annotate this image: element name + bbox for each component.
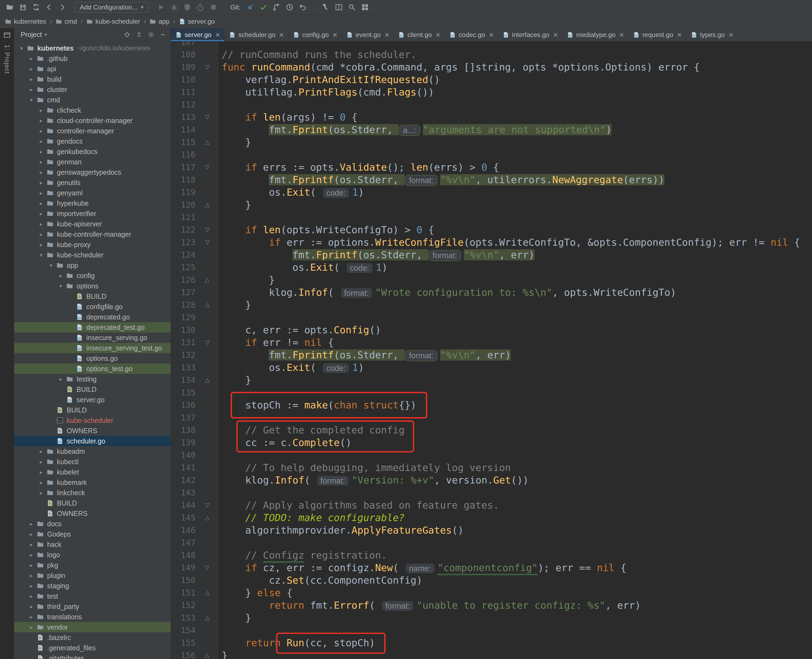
tree-item-pkg[interactable]: ▸pkg [14,560,171,570]
line-number[interactable]: 115 [171,137,197,147]
gear-icon[interactable] [146,30,155,39]
tree-item-server.go[interactable]: GOserver.go [14,394,171,405]
line-number[interactable]: 112 [171,100,197,109]
open-file-icon[interactable] [4,2,16,13]
close-icon[interactable]: × [489,31,494,39]
code-line-123[interactable]: 123▽ if err := options.WriteConfigFile(o… [171,236,812,248]
line-number[interactable]: 110 [171,75,197,84]
chevron-collapsed-icon[interactable]: ▸ [27,624,36,631]
code-line-152[interactable]: 152 return fmt.Errorf( format:"unable to… [171,599,812,612]
chevron-collapsed-icon[interactable]: ▸ [27,572,36,579]
line-number[interactable]: 156 [171,651,197,659]
tree-item-.github[interactable]: ▸.github [14,53,171,64]
chevron-collapsed-icon[interactable]: ▸ [27,55,36,62]
breadcrumb-item-kubernetes[interactable]: kubernetes [5,18,46,25]
line-number[interactable]: 131 [171,338,197,347]
tree-item-kube-controller-manager[interactable]: ▸kube-controller-manager [14,229,171,240]
line-number[interactable]: 138 [171,425,197,435]
chevron-collapsed-icon[interactable]: ▸ [36,148,46,155]
line-number[interactable]: 137 [171,413,197,422]
tree-item-kubeadm[interactable]: ▸kubeadm [14,446,171,457]
code-line-153[interactable]: 153△ } [171,612,812,624]
code-line-133[interactable]: 133 os.Exit( code:1) [171,361,812,374]
tab-event.go[interactable]: GOevent.go× [342,28,394,41]
tab-scheduler.go[interactable]: GOscheduler.go× [224,28,289,41]
tree-item-gendocs[interactable]: ▸gendocs [14,136,171,147]
code-line-109[interactable]: 109▽func runCommand(cmd *cobra.Command, … [171,61,812,73]
chevron-collapsed-icon[interactable]: ▸ [27,583,36,589]
tree-item-kube-apiserver[interactable]: ▸kube-apiserver [14,219,171,229]
chevron-collapsed-icon[interactable]: ▸ [36,190,46,196]
line-number[interactable]: 143 [171,488,197,497]
commit-icon[interactable] [258,2,269,13]
tree-item-deprecated_test.go[interactable]: GOdeprecated_test.go [14,322,171,333]
line-number[interactable]: 118 [171,175,197,184]
code-line-126[interactable]: 126△ } [171,273,812,286]
chevron-expanded-icon[interactable]: ▾ [36,252,46,258]
close-icon[interactable]: × [677,31,682,39]
tree-item-deprecated.go[interactable]: GOdeprecated.go [14,312,171,322]
tree-item-app[interactable]: ▾app [14,260,171,270]
fold-marker-icon[interactable]: △ [197,301,217,308]
fold-marker-icon[interactable]: △ [197,514,217,521]
tree-item-cloud-controller-manager[interactable]: ▸cloud-controller-manager [14,115,171,126]
chevron-collapsed-icon[interactable]: ▸ [36,459,46,465]
chevron-collapsed-icon[interactable]: ▸ [27,87,36,93]
fold-marker-icon[interactable]: ▽ [197,239,217,246]
tree-item-importverifier[interactable]: ▸importverifier [14,208,171,219]
code-line-122[interactable]: 122▽ if len(opts.WriteConfigTo) > 0 { [171,223,812,236]
project-tool-window-button[interactable]: 1: Project [3,45,11,74]
code-line-155[interactable]: 155 return Run(cc, stopCh) [171,637,812,649]
chevron-collapsed-icon[interactable]: ▸ [36,159,46,165]
fold-marker-icon[interactable]: ▽ [197,226,217,233]
code-line-117[interactable]: 117▽ if errs := opts.Validate(); len(err… [171,161,812,173]
chevron-collapsed-icon[interactable]: ▸ [36,169,46,175]
tree-item-staging[interactable]: ▸staging [14,581,171,591]
code-line-132[interactable]: 132 fmt.Fprintf(os.Stderr, format:"%v\n"… [171,348,812,361]
save-all-icon[interactable] [17,2,29,13]
tree-item-logo[interactable]: ▸logo [14,550,171,560]
line-number[interactable]: 152 [171,601,197,610]
code-line-147[interactable]: 147 [171,536,812,549]
tree-item-OWNERS[interactable]: OWNERS [14,508,171,519]
locate-icon[interactable] [122,30,131,39]
chevron-collapsed-icon[interactable]: ▸ [36,231,46,238]
tree-item-options.go[interactable]: GOoptions.go [14,353,171,364]
line-number[interactable]: 142 [171,475,197,485]
code-line-112[interactable]: 112 [171,98,812,111]
tree-item-docs[interactable]: ▸docs [14,519,171,529]
line-number[interactable]: 134 [171,375,197,385]
chevron-collapsed-icon[interactable]: ▸ [36,128,46,134]
tree-item-scheduler.go[interactable]: GOscheduler.go [14,436,171,446]
tree-item-.gitattributes[interactable]: .gitattributes [14,653,171,659]
tree-item-genkubedocs[interactable]: ▸genkubedocs [14,147,171,157]
breadcrumb-item-cmd[interactable]: cmd [55,18,77,25]
chevron-collapsed-icon[interactable]: ▸ [36,107,46,114]
fold-marker-icon[interactable]: ▽ [197,64,217,70]
chevron-collapsed-icon[interactable]: ▸ [27,552,36,558]
back-icon[interactable] [43,2,55,13]
merge-icon[interactable] [270,2,282,13]
fold-marker-icon[interactable]: ▽ [197,339,217,345]
tree-item-genman[interactable]: ▸genman [14,157,171,167]
chevron-collapsed-icon[interactable]: ▸ [36,221,46,227]
stop-icon[interactable] [207,2,220,13]
tree-item-kube-scheduler[interactable]: ▾kube-scheduler [14,250,171,260]
code-line-131[interactable]: 131▽ if err != nil { [171,336,812,348]
search-icon[interactable] [346,2,358,13]
chevron-collapsed-icon[interactable]: ▸ [36,490,46,496]
line-number[interactable]: 146 [171,525,197,535]
code-line-119[interactable]: 119 os.Exit( code:1) [171,186,812,199]
chevron-collapsed-icon[interactable]: ▸ [56,376,65,382]
windows-icon[interactable] [359,2,371,13]
code-line-134[interactable]: 134△ } [171,374,812,386]
fold-marker-icon[interactable]: ▽ [197,564,217,571]
tree-item-cmd[interactable]: ▾cmd [14,95,171,105]
tree-item-insecure_serving.go[interactable]: GOinsecure_serving.go [14,333,171,343]
code-line-144[interactable]: 144▽ // Apply algorithms based on featur… [171,499,812,511]
close-icon[interactable]: × [215,31,220,39]
hammer-icon[interactable] [320,2,332,13]
code-line-145[interactable]: 145△ // TODO: make configurable? [171,511,812,524]
tree-item-cluster[interactable]: ▸cluster [14,84,171,95]
tree-item-.bazelrc[interactable]: .bazelrc [14,632,171,643]
